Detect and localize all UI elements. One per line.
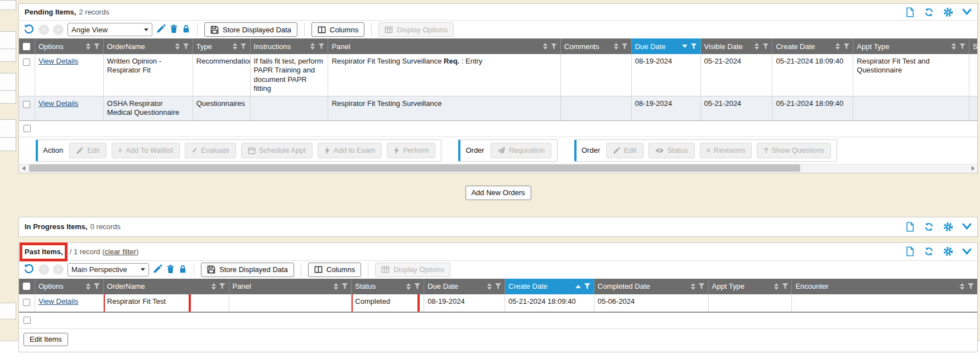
refresh-icon[interactable] [924,246,934,256]
sort-icon[interactable] [952,43,956,50]
filter-icon[interactable] [495,283,501,289]
show-questions-button[interactable]: ? Show Questions [757,143,831,158]
column-header-appt-type[interactable]: Appt Type [709,279,792,294]
requisition-button[interactable]: Requisition [491,143,551,158]
scrollbar-track[interactable] [28,164,968,173]
view-details-link[interactable]: View Details [39,57,78,65]
sort-icon[interactable] [310,43,315,50]
column-header-encounter[interactable]: Encounter [792,279,977,294]
revisions-button[interactable]: ≡ Revisions [700,143,752,158]
filter-icon[interactable] [699,283,705,289]
sort-icon[interactable] [774,283,779,290]
add-to-exam-button[interactable]: Add to Exam [318,143,382,158]
sort-desc-icon[interactable] [682,45,688,48]
prev-view-button[interactable]: ‹ [39,25,49,35]
sort-icon[interactable] [755,43,759,50]
undo-icon[interactable] [23,263,35,276]
horizontal-scrollbar[interactable] [19,164,977,173]
filter-icon[interactable] [551,43,557,50]
column-header-create-date[interactable]: Create Date [772,38,853,54]
edit-view-pencil-icon[interactable] [156,24,166,35]
sort-icon[interactable] [960,283,964,290]
filter-icon[interactable] [622,43,628,50]
sort-icon[interactable] [835,43,840,50]
new-document-icon[interactable] [905,7,915,17]
sort-icon[interactable] [86,283,90,290]
sort-icon[interactable] [233,43,237,50]
edit-items-button[interactable]: Edit Items [23,333,68,346]
delete-view-trash-icon[interactable] [170,24,178,35]
view-select[interactable]: Main Perspective [68,263,149,276]
new-document-icon[interactable] [905,222,915,232]
row-checkbox[interactable] [23,317,31,324]
collapse-chevron-icon[interactable] [962,8,972,16]
prev-view-button[interactable]: ‹ [39,264,49,275]
column-header-options[interactable]: Options [35,38,104,54]
display-options-button[interactable]: Display Options [378,22,454,37]
column-header-options[interactable]: Options [35,279,104,294]
filter-icon[interactable] [94,283,100,289]
edit-order-button[interactable]: Edit [606,143,643,158]
column-header-ordername[interactable]: OrderName [104,279,229,294]
column-header-panel[interactable]: Panel [328,38,560,54]
sort-icon[interactable] [86,43,90,50]
delete-view-trash-icon[interactable] [166,264,175,275]
scrollbar-thumb[interactable] [29,164,800,172]
filter-icon[interactable] [968,283,974,289]
undo-icon[interactable] [23,23,35,36]
view-select[interactable]: Angie View [68,23,152,36]
column-header-ordername[interactable]: OrderName [104,38,193,54]
sort-icon[interactable] [691,283,695,290]
column-header-panel[interactable]: Panel [229,279,352,294]
row-checkbox[interactable] [19,54,35,96]
row-checkbox[interactable] [19,96,35,120]
add-to-waitlist-button[interactable]: + Add To Waitlist [112,143,180,158]
sort-icon[interactable] [406,283,411,290]
column-header-appt-type[interactable]: Appt Type [853,38,969,54]
filter-icon[interactable] [691,43,697,50]
column-header-due-date[interactable]: Due Date [424,279,505,294]
new-document-icon[interactable] [905,246,915,256]
add-new-orders-button[interactable]: Add New Orders [465,186,531,200]
column-header-instructions[interactable]: Instructions [251,38,329,54]
store-displayed-data-button[interactable]: Store Displayed Data [201,263,294,277]
status-button[interactable]: Status [648,143,695,158]
column-header-status[interactable]: Status [352,279,424,294]
column-header-clipped[interactable]: S [969,38,977,54]
select-all-checkbox[interactable] [19,279,35,294]
select-all-checkbox[interactable] [19,38,35,54]
scroll-right-arrow[interactable] [968,164,977,173]
gear-icon[interactable] [943,7,953,17]
next-view-button[interactable]: › [53,25,64,35]
gear-icon[interactable] [943,222,953,232]
edit-view-pencil-icon[interactable] [153,264,162,275]
filter-icon[interactable] [959,43,965,50]
sort-icon[interactable] [334,283,338,290]
next-view-button[interactable]: › [53,264,64,275]
row-checkbox[interactable] [23,125,31,132]
refresh-icon[interactable] [924,7,934,17]
schedule-appt-button[interactable]: Schedule Appt [241,143,313,158]
clear-filter-link[interactable]: clear filter [105,247,136,256]
filter-icon[interactable] [94,43,100,50]
gear-icon[interactable] [943,246,953,256]
filter-icon[interactable] [219,283,225,289]
filter-icon[interactable] [241,43,247,50]
filter-icon[interactable] [414,283,420,289]
evaluate-button[interactable]: ✓ Evaluate [185,143,236,158]
scroll-left-arrow[interactable] [19,164,28,173]
filter-icon[interactable] [183,43,189,50]
perform-button[interactable]: Perform [387,143,435,158]
store-displayed-data-button[interactable]: Store Displayed Data [204,22,297,37]
filter-icon[interactable] [762,43,768,50]
display-options-button[interactable]: Display Options [375,263,450,277]
sort-asc-icon[interactable] [575,285,581,288]
columns-button[interactable]: Columns [311,22,364,37]
edit-button[interactable]: Edit [69,143,106,158]
filter-icon[interactable] [342,283,348,289]
lock-icon[interactable] [182,24,190,35]
sort-icon[interactable] [212,283,216,290]
sort-icon[interactable] [487,283,492,290]
sort-icon[interactable] [614,43,618,50]
lock-icon[interactable] [179,264,187,275]
